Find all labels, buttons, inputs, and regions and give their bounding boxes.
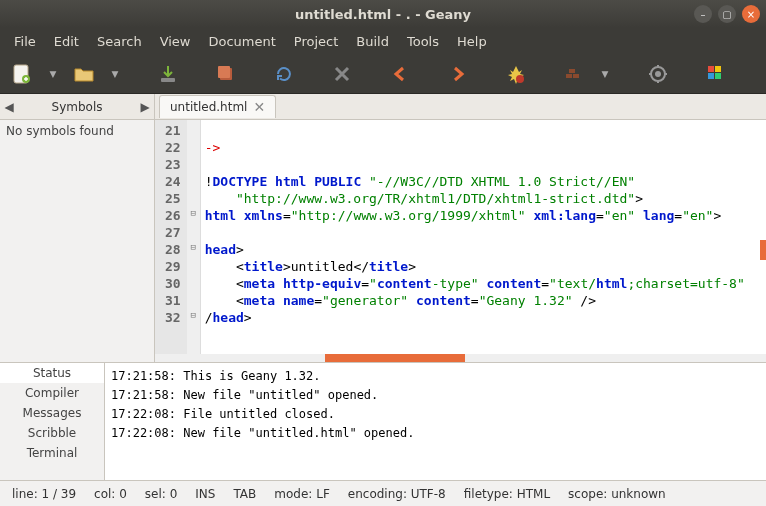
svg-rect-13 xyxy=(708,73,714,79)
menu-search[interactable]: Search xyxy=(89,31,150,52)
maximize-button[interactable]: ▢ xyxy=(718,5,736,23)
menu-tools[interactable]: Tools xyxy=(399,31,447,52)
close-button[interactable]: × xyxy=(742,5,760,23)
tab-status[interactable]: Status xyxy=(0,363,104,383)
menu-edit[interactable]: Edit xyxy=(46,31,87,52)
open-file-icon[interactable] xyxy=(70,60,98,88)
status-col: col: 0 xyxy=(94,487,127,501)
execute-icon[interactable] xyxy=(644,60,672,88)
editor-tab-label: untitled.html xyxy=(170,100,247,114)
svg-rect-4 xyxy=(218,66,230,78)
editor-tab[interactable]: untitled.html ✕ xyxy=(159,95,276,118)
status-ins[interactable]: INS xyxy=(195,487,215,501)
reload-icon[interactable] xyxy=(270,60,298,88)
sidebar-tab-symbols[interactable]: Symbols xyxy=(18,100,136,114)
tab-scribble[interactable]: Scribble xyxy=(0,423,104,443)
tab-messages[interactable]: Messages xyxy=(0,403,104,423)
status-sel: sel: 0 xyxy=(145,487,177,501)
nav-back-icon[interactable] xyxy=(386,60,414,88)
code-editor[interactable]: 212223242526272829303132 ⊟⊟⊟ -> !DOCTYPE… xyxy=(155,120,766,354)
svg-point-5 xyxy=(516,75,524,83)
editor-pane: untitled.html ✕ 212223242526272829303132… xyxy=(155,94,766,362)
window-controls: – ▢ × xyxy=(694,5,760,23)
main-area: ◀ Symbols ▶ No symbols found untitled.ht… xyxy=(0,94,766,362)
statusbar: line: 1 / 39 col: 0 sel: 0 INS TAB mode:… xyxy=(0,480,766,506)
status-filetype[interactable]: filetype: HTML xyxy=(464,487,550,501)
status-tab[interactable]: TAB xyxy=(233,487,256,501)
menu-document[interactable]: Document xyxy=(200,31,283,52)
svg-rect-7 xyxy=(573,74,579,78)
sidebar-body: No symbols found xyxy=(0,120,154,142)
toolbar: ▼ ▼ ▼ xyxy=(0,54,766,94)
horizontal-scrollbar[interactable] xyxy=(155,354,766,362)
build-dropdown[interactable]: ▼ xyxy=(596,69,614,79)
tab-compiler[interactable]: Compiler xyxy=(0,383,104,403)
nav-forward-icon[interactable] xyxy=(444,60,472,88)
minimize-button[interactable]: – xyxy=(694,5,712,23)
compile-icon[interactable] xyxy=(502,60,530,88)
sidebar-next-icon[interactable]: ▶ xyxy=(136,100,154,114)
build-icon[interactable] xyxy=(560,60,588,88)
status-scope: scope: unknown xyxy=(568,487,666,501)
sidebar: ◀ Symbols ▶ No symbols found xyxy=(0,94,155,362)
status-mode[interactable]: mode: LF xyxy=(274,487,329,501)
message-panel: Status Compiler Messages Scribble Termin… xyxy=(0,362,766,480)
svg-rect-8 xyxy=(569,69,575,73)
save-all-icon[interactable] xyxy=(212,60,240,88)
sidebar-prev-icon[interactable]: ◀ xyxy=(0,100,18,114)
menu-help[interactable]: Help xyxy=(449,31,495,52)
save-icon[interactable] xyxy=(154,60,182,88)
code-area[interactable]: -> !DOCTYPE html PUBLIC "-//W3C//DTD XHT… xyxy=(201,120,766,354)
new-file-icon[interactable] xyxy=(8,60,36,88)
menu-file[interactable]: File xyxy=(6,31,44,52)
fold-column[interactable]: ⊟⊟⊟ xyxy=(187,120,201,354)
svg-rect-11 xyxy=(708,66,714,72)
window-title: untitled.html - . - Geany xyxy=(8,7,758,22)
tab-terminal[interactable]: Terminal xyxy=(0,443,104,463)
close-file-icon[interactable] xyxy=(328,60,356,88)
svg-rect-12 xyxy=(715,66,721,72)
svg-rect-2 xyxy=(161,78,175,82)
svg-rect-6 xyxy=(566,74,572,78)
menu-view[interactable]: View xyxy=(152,31,199,52)
status-encoding[interactable]: encoding: UTF-8 xyxy=(348,487,446,501)
editor-tabs: untitled.html ✕ xyxy=(155,94,766,120)
svg-rect-14 xyxy=(715,73,721,79)
status-line: line: 1 / 39 xyxy=(12,487,76,501)
menu-project[interactable]: Project xyxy=(286,31,346,52)
menubar: File Edit Search View Document Project B… xyxy=(0,28,766,54)
open-file-dropdown[interactable]: ▼ xyxy=(106,69,124,79)
line-gutter: 212223242526272829303132 xyxy=(155,120,187,354)
message-tabs: Status Compiler Messages Scribble Termin… xyxy=(0,363,105,480)
message-body[interactable]: 17:21:58: This is Geany 1.32.17:21:58: N… xyxy=(105,363,766,480)
color-chooser-icon[interactable] xyxy=(702,60,730,88)
titlebar: untitled.html - . - Geany – ▢ × xyxy=(0,0,766,28)
tab-close-icon[interactable]: ✕ xyxy=(253,99,265,115)
menu-build[interactable]: Build xyxy=(348,31,397,52)
overflow-indicator xyxy=(760,240,766,260)
new-file-dropdown[interactable]: ▼ xyxy=(44,69,62,79)
svg-point-10 xyxy=(655,71,661,77)
sidebar-tabs: ◀ Symbols ▶ xyxy=(0,94,154,120)
